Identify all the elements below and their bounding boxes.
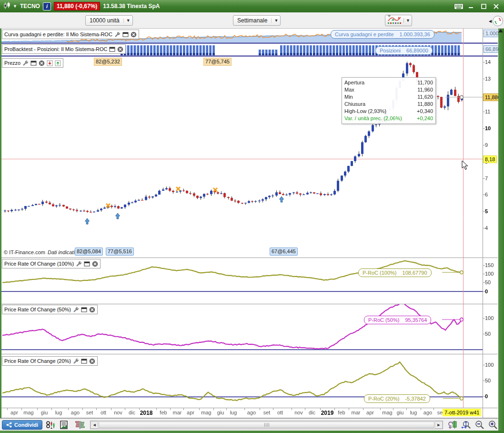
series-label-1: Posizioni66,89000 <box>375 46 433 55</box>
month-label-mag: mag <box>382 410 392 415</box>
panel-title: Price Rate Of Change (100%) <box>4 261 74 267</box>
panel-header-positions: ProBacktest - Posizioni: Il Mio Sistema-… <box>2 44 126 54</box>
tooltip-label: Var. / unità prec. (2,06%) <box>344 115 402 122</box>
month-label-giu: giu <box>217 410 224 415</box>
buy-trade-label: 82@5,084 <box>75 247 103 256</box>
tooltip-row: Var. / unità prec. (2,06%)+0,240 <box>344 115 433 122</box>
series-label-3: P-RoC (50%)95,35764 <box>364 316 431 324</box>
candlestick-logo-icon <box>4 2 10 11</box>
panel-header-equity: Curva guadagni e perdite: Il Mio Sistema… <box>2 30 139 39</box>
window-icon[interactable] <box>109 47 115 52</box>
panel-title: Curva guadagni e perdite: Il Mio Sistema… <box>4 31 112 37</box>
chevron-down-icon: ▼ <box>403 18 410 23</box>
collapse-left-icon[interactable]: ◀ <box>489 19 492 23</box>
series-label-name: Curva guadagni e perdite <box>335 31 394 37</box>
chart-canvas[interactable] <box>0 0 504 433</box>
minimize-button[interactable] <box>466 2 476 10</box>
close-icon[interactable] <box>117 46 123 52</box>
close-icon[interactable] <box>89 358 95 364</box>
roc50-axis-tick-100: 100 <box>485 315 494 321</box>
roc20-axis-tick-100: 100 <box>485 362 494 368</box>
sell-trade-label: 82@5,232 <box>94 58 122 66</box>
close-window-button[interactable] <box>491 2 501 10</box>
close-icon[interactable] <box>131 31 137 38</box>
symbol-dropdown-caret-icon[interactable]: ▼ <box>13 4 17 9</box>
roc20-axis-tick-0: 0 <box>485 393 488 399</box>
info-icon[interactable]: i <box>43 2 51 10</box>
series-label-4: P-RoC (20%)-5,37842 <box>364 394 430 403</box>
wrench-icon[interactable] <box>73 358 79 364</box>
series-label-value: 95,35764 <box>405 317 427 323</box>
copyright-text: © IT-Finance.com <box>4 249 45 255</box>
refresh-compare-button[interactable] <box>493 16 503 26</box>
timeframe-dropdown[interactable]: Settimanale ▼ <box>233 15 281 26</box>
month-label-mar: mar <box>352 410 361 415</box>
chevron-down-icon: ▼ <box>123 18 131 23</box>
share-button-label: Condividi <box>14 422 38 428</box>
export-up-icon[interactable] <box>55 60 61 66</box>
share-button[interactable]: Condividi <box>2 420 42 430</box>
maximize-button[interactable] <box>478 2 489 10</box>
units-dropdown-value: 10000 unità <box>90 17 120 24</box>
window-icon[interactable] <box>81 359 87 364</box>
window-icon[interactable] <box>81 307 87 312</box>
time-and-instrument: 13.58.38 Tinexta SpA <box>103 3 160 10</box>
tooltip-label: High-Low (2,93%) <box>344 108 386 115</box>
series-label-0: Curva guadagni e perdite1.000.393,36 <box>331 30 434 39</box>
tooltip-row: High-Low (2,93%)+0,340 <box>344 108 433 115</box>
chart-settings-icon[interactable] <box>448 420 458 430</box>
news-icon[interactable] <box>59 420 69 430</box>
chart-toolbar: 10000 unità ▼ Settimanale ▼ ▼ ◀ <box>0 12 504 29</box>
wrench-icon[interactable] <box>76 261 82 267</box>
series-label-name: P-RoC (20%) <box>368 396 399 402</box>
series-label-name: Posizioni <box>380 48 401 53</box>
series-label-name: P-RoC (50%) <box>368 317 399 323</box>
scroll-right-arrow[interactable]: ► <box>435 421 443 429</box>
month-label-apr: apr <box>187 410 194 415</box>
panel-header-roc100: Price Rate Of Change (100%) <box>2 259 101 268</box>
window-border-right <box>498 28 504 433</box>
month-label-mag: mag <box>201 410 211 415</box>
month-label-feb: feb <box>160 410 167 415</box>
month-label-ago: ago <box>71 410 80 415</box>
tooltip-row: Chiusura11,880 <box>344 101 433 108</box>
zoom-fit-icon[interactable] <box>461 420 472 430</box>
roc20-axis-tick-50: 50 <box>485 378 491 383</box>
month-label-lug: lug <box>55 410 62 415</box>
month-label-nov: nov <box>114 410 122 415</box>
wrench-icon[interactable] <box>73 307 79 313</box>
window-icon[interactable] <box>84 261 90 267</box>
close-icon[interactable] <box>39 60 45 66</box>
month-label-dic: dic <box>129 410 135 415</box>
wrench-icon[interactable] <box>114 31 121 38</box>
window-icon[interactable] <box>30 61 37 66</box>
scroll-up-arrow-icon[interactable] <box>498 29 503 32</box>
wrench-icon[interactable] <box>22 60 29 66</box>
tooltip-label: Chiusura <box>344 101 365 108</box>
month-label-giu: giu <box>41 410 48 415</box>
roc100-axis-tick-150: 150 <box>485 262 494 268</box>
scroll-left-arrow[interactable]: ◄ <box>91 421 98 429</box>
chart-style-button[interactable]: ▼ <box>385 15 412 26</box>
tooltip-label: Min <box>344 93 353 101</box>
month-label-ago: ago <box>423 410 432 415</box>
close-icon[interactable] <box>89 307 95 313</box>
horizontal-scrollbar[interactable]: ◄ ► <box>90 421 443 429</box>
close-icon[interactable] <box>92 261 98 267</box>
application-window: ▼ TECNO i 11,880 (-0,67%) 13.58.38 Tinex… <box>0 0 504 433</box>
zoom-in-icon[interactable] <box>488 420 498 430</box>
export-down-icon[interactable] <box>47 60 53 66</box>
month-label-ott: ott <box>277 410 283 415</box>
linked-instrument-icon[interactable] <box>45 420 56 430</box>
window-icon[interactable] <box>122 32 129 37</box>
month-label-ago: ago <box>247 410 256 415</box>
orderbook-icon[interactable] <box>75 420 85 430</box>
units-dropdown[interactable]: 10000 unità ▼ <box>85 15 133 26</box>
zoom-out-icon[interactable] <box>474 420 485 430</box>
series-label-value: 108,67790 <box>403 270 427 276</box>
mouse-cursor <box>462 160 469 170</box>
cursor-date-badge: 7-ott-2019 w41 <box>443 409 481 416</box>
keyboard-icon[interactable] <box>454 2 464 10</box>
scrollbar-thumb[interactable] <box>99 422 434 428</box>
month-label-apr: apr <box>10 410 18 415</box>
